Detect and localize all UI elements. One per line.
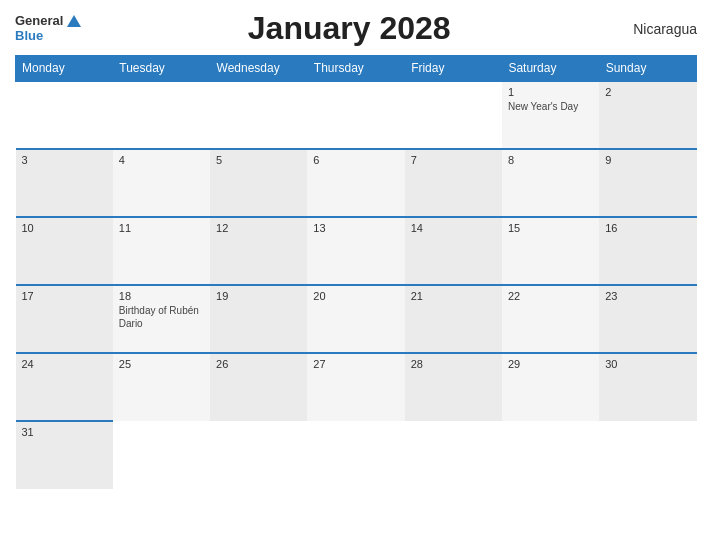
calendar-cell: 12 bbox=[210, 217, 307, 285]
calendar-cell bbox=[405, 421, 502, 489]
calendar-cell: 29 bbox=[502, 353, 599, 421]
country-label: Nicaragua bbox=[617, 21, 697, 37]
day-number: 9 bbox=[605, 154, 690, 166]
weekday-header-row: MondayTuesdayWednesdayThursdayFridaySatu… bbox=[16, 56, 697, 82]
day-number: 24 bbox=[22, 358, 107, 370]
calendar-cell: 10 bbox=[16, 217, 113, 285]
calendar-grid: MondayTuesdayWednesdayThursdayFridaySatu… bbox=[15, 55, 697, 489]
calendar-cell: 9 bbox=[599, 149, 696, 217]
weekday-header-wednesday: Wednesday bbox=[210, 56, 307, 82]
calendar-cell: 22 bbox=[502, 285, 599, 353]
weekday-header-tuesday: Tuesday bbox=[113, 56, 210, 82]
day-number: 10 bbox=[22, 222, 107, 234]
calendar-row-4: 24252627282930 bbox=[16, 353, 697, 421]
day-number: 22 bbox=[508, 290, 593, 302]
calendar-cell bbox=[405, 81, 502, 149]
weekday-header-monday: Monday bbox=[16, 56, 113, 82]
calendar-cell: 11 bbox=[113, 217, 210, 285]
calendar-cell bbox=[210, 81, 307, 149]
day-number: 19 bbox=[216, 290, 301, 302]
weekday-header-thursday: Thursday bbox=[307, 56, 404, 82]
calendar-row-5: 31 bbox=[16, 421, 697, 489]
day-number: 3 bbox=[22, 154, 107, 166]
calendar-cell: 14 bbox=[405, 217, 502, 285]
calendar-cell bbox=[599, 421, 696, 489]
calendar-cell: 1New Year's Day bbox=[502, 81, 599, 149]
calendar-cell: 30 bbox=[599, 353, 696, 421]
day-number: 28 bbox=[411, 358, 496, 370]
calendar-cell: 26 bbox=[210, 353, 307, 421]
calendar-cell: 31 bbox=[16, 421, 113, 489]
event-label: Birthday of Rubén Dario bbox=[119, 305, 199, 329]
calendar-title: January 2028 bbox=[81, 10, 617, 47]
day-number: 8 bbox=[508, 154, 593, 166]
calendar-cell: 19 bbox=[210, 285, 307, 353]
calendar-cell: 20 bbox=[307, 285, 404, 353]
calendar-cell: 21 bbox=[405, 285, 502, 353]
calendar-row-2: 10111213141516 bbox=[16, 217, 697, 285]
calendar-cell: 8 bbox=[502, 149, 599, 217]
day-number: 23 bbox=[605, 290, 690, 302]
day-number: 5 bbox=[216, 154, 301, 166]
weekday-header-sunday: Sunday bbox=[599, 56, 696, 82]
calendar-cell bbox=[16, 81, 113, 149]
calendar-row-3: 1718Birthday of Rubén Dario1920212223 bbox=[16, 285, 697, 353]
calendar-cell: 3 bbox=[16, 149, 113, 217]
calendar-cell: 2 bbox=[599, 81, 696, 149]
calendar-cell bbox=[502, 421, 599, 489]
calendar-cell: 25 bbox=[113, 353, 210, 421]
calendar-cell: 24 bbox=[16, 353, 113, 421]
calendar-cell: 7 bbox=[405, 149, 502, 217]
day-number: 16 bbox=[605, 222, 690, 234]
day-number: 2 bbox=[605, 86, 690, 98]
calendar-cell bbox=[307, 421, 404, 489]
weekday-header-friday: Friday bbox=[405, 56, 502, 82]
day-number: 13 bbox=[313, 222, 398, 234]
calendar-row-0: 1New Year's Day2 bbox=[16, 81, 697, 149]
day-number: 30 bbox=[605, 358, 690, 370]
day-number: 21 bbox=[411, 290, 496, 302]
calendar-cell bbox=[307, 81, 404, 149]
calendar-cell bbox=[210, 421, 307, 489]
day-number: 26 bbox=[216, 358, 301, 370]
day-number: 7 bbox=[411, 154, 496, 166]
calendar-cell bbox=[113, 421, 210, 489]
logo: General Blue bbox=[15, 14, 81, 43]
logo-triangle-icon bbox=[67, 15, 81, 27]
day-number: 11 bbox=[119, 222, 204, 234]
event-label: New Year's Day bbox=[508, 101, 578, 112]
calendar-cell: 4 bbox=[113, 149, 210, 217]
calendar-cell: 13 bbox=[307, 217, 404, 285]
calendar-cell: 23 bbox=[599, 285, 696, 353]
day-number: 15 bbox=[508, 222, 593, 234]
calendar-cell: 15 bbox=[502, 217, 599, 285]
day-number: 27 bbox=[313, 358, 398, 370]
calendar-cell: 16 bbox=[599, 217, 696, 285]
day-number: 14 bbox=[411, 222, 496, 234]
day-number: 1 bbox=[508, 86, 593, 98]
day-number: 18 bbox=[119, 290, 204, 302]
calendar-cell: 28 bbox=[405, 353, 502, 421]
calendar-cell: 6 bbox=[307, 149, 404, 217]
day-number: 4 bbox=[119, 154, 204, 166]
calendar-cell bbox=[113, 81, 210, 149]
day-number: 20 bbox=[313, 290, 398, 302]
day-number: 29 bbox=[508, 358, 593, 370]
calendar-cell: 5 bbox=[210, 149, 307, 217]
day-number: 6 bbox=[313, 154, 398, 166]
calendar-cell: 17 bbox=[16, 285, 113, 353]
logo-blue-text: Blue bbox=[15, 29, 81, 43]
calendar-cell: 18Birthday of Rubén Dario bbox=[113, 285, 210, 353]
weekday-header-saturday: Saturday bbox=[502, 56, 599, 82]
logo-general-text: General bbox=[15, 14, 63, 28]
day-number: 25 bbox=[119, 358, 204, 370]
header: General Blue January 2028 Nicaragua bbox=[15, 10, 697, 47]
day-number: 31 bbox=[22, 426, 107, 438]
calendar-row-1: 3456789 bbox=[16, 149, 697, 217]
day-number: 12 bbox=[216, 222, 301, 234]
calendar-container: General Blue January 2028 Nicaragua Mond… bbox=[0, 0, 712, 550]
day-number: 17 bbox=[22, 290, 107, 302]
calendar-cell: 27 bbox=[307, 353, 404, 421]
